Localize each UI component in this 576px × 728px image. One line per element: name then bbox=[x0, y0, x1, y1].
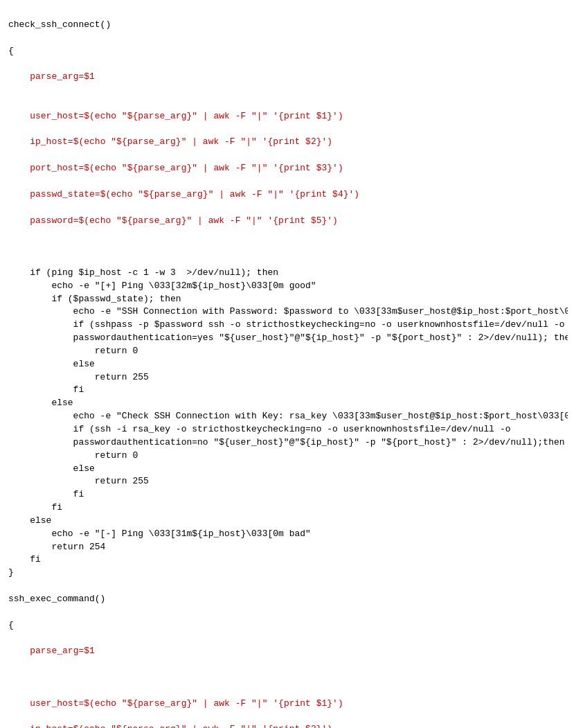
code-viewer: check_ssh_connect() { parse_arg=$1 user_… bbox=[8, 6, 568, 728]
user-host-assign-2: user_host=$(echo "${parse_arg}" | awk -F… bbox=[30, 698, 343, 709]
indent-2 bbox=[8, 111, 30, 121]
parse-arg-assign-2: parse_arg=$1 bbox=[30, 646, 95, 656]
indent-4 bbox=[8, 163, 30, 173]
ip-host-assign-2: ip_host=$(echo "${parse_arg}" | awk -F "… bbox=[30, 724, 332, 728]
brace-open-1: { bbox=[8, 46, 14, 56]
ip-host-assign: ip_host=$(echo "${parse_arg}" | awk -F "… bbox=[30, 136, 332, 147]
indent-parse-arg-1 bbox=[8, 71, 30, 82]
ip-host-2 bbox=[8, 724, 30, 728]
indent-parse-arg-2 bbox=[8, 646, 30, 656]
password-assign: password=$(echo "${parse_arg}" | awk -F … bbox=[30, 215, 338, 226]
then-keyword-1: then bbox=[554, 332, 568, 343]
parse-arg-assign-1: parse_arg=$1 bbox=[30, 71, 95, 82]
port-host-assign: port_host=$(echo "${parse_arg}" | awk -F… bbox=[30, 163, 343, 173]
user-host-2 bbox=[8, 698, 30, 709]
indent-3 bbox=[8, 136, 30, 147]
user-host-assign: user_host=$(echo "${parse_arg}" | awk -F… bbox=[30, 111, 343, 121]
indent-6 bbox=[8, 215, 30, 226]
function-name-1: check_ssh_connect() bbox=[8, 19, 111, 30]
indent-5 bbox=[8, 189, 30, 199]
brace-open-2: { bbox=[8, 620, 14, 630]
function-name-2: ssh_exec_command() bbox=[8, 594, 105, 604]
passwd-state-assign: passwd_state=$(echo "${parse_arg}" | awk… bbox=[30, 189, 359, 199]
if-ping: if (ping $ip_host -c 1 -w 3 >/dev/null);… bbox=[8, 267, 568, 578]
